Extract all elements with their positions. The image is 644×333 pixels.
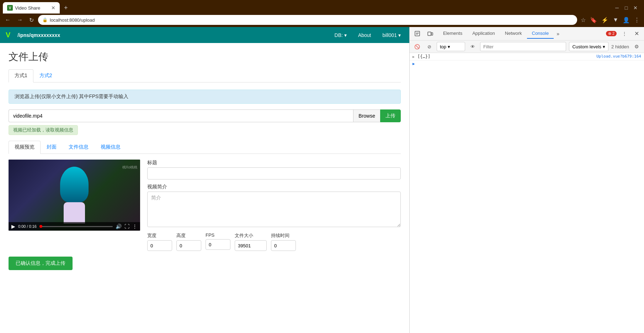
devtools-more-tabs[interactable]: » [554, 29, 562, 38]
title-input[interactable] [147, 167, 401, 179]
devtools-tabs: Elements Application Network Console » [438, 28, 602, 39]
content-tabs: 视频预览 封面 文件信息 视频信息 [9, 141, 401, 154]
stop-recording-button[interactable]: ⊘ [425, 42, 434, 51]
devtools-close-button[interactable]: ✕ [632, 29, 641, 38]
extension3-icon[interactable]: ▼ [611, 16, 620, 24]
anime-character [53, 167, 96, 224]
submit-button[interactable]: 已确认信息，完成上传 [9, 257, 73, 270]
content-tab-videoinfo[interactable]: 视频信息 [95, 141, 127, 154]
video-loaded-message[interactable]: 视频已经加载，读取视频信息 [9, 125, 78, 135]
close-window-button[interactable]: ✕ [631, 4, 640, 12]
devtools-tab-console[interactable]: Console [527, 28, 554, 39]
active-tab[interactable]: V Video Share ✕ [3, 2, 60, 14]
height-input[interactable] [176, 240, 201, 251]
bookmark-star-icon[interactable]: ☆ [579, 16, 587, 24]
app-logo: V [6, 31, 10, 39]
devtools-tab-application[interactable]: Application [467, 28, 500, 39]
address-icons: ☆ 🔖 ⚡ ▼ 👤 ⋮ [579, 16, 641, 24]
console-settings-button[interactable]: ⚙ [632, 42, 641, 51]
new-tab-button[interactable]: + [61, 3, 71, 13]
console-arrow-row[interactable]: ▶ [410, 60, 644, 67]
fps-label: FPS [206, 232, 230, 238]
file-input-row: Browse 上传 [9, 109, 401, 122]
forward-button[interactable]: → [15, 16, 25, 24]
back-button[interactable]: ← [3, 16, 13, 24]
svg-rect-1 [428, 32, 431, 36]
width-field: 宽度 [147, 232, 172, 251]
more-options-button[interactable]: ⋮ [132, 224, 137, 229]
video-player[interactable]: 桃Xo桃桃 ▶ 0:00 / 0:16 [9, 160, 140, 231]
custom-levels-label: Custom levels [572, 44, 601, 49]
devtools-tab-network[interactable]: Network [500, 28, 527, 39]
console-expand-arrow[interactable]: ▶ [413, 54, 415, 59]
two-column-layout: 桃Xo桃桃 ▶ 0:00 / 0:16 [9, 160, 401, 251]
devtools-secondary-bar: 🚫 ⊘ top ▾ 👁 Custom levels ▾ 2 hidden ⚙ [410, 41, 644, 53]
minimize-button[interactable]: ─ [613, 4, 621, 12]
video-watermark: 桃Xo桃桃 [122, 165, 137, 170]
browse-button[interactable]: Browse [353, 109, 380, 122]
video-preview-column: 桃Xo桃桃 ▶ 0:00 / 0:16 [9, 160, 140, 231]
device-emulation-button[interactable] [425, 29, 435, 39]
context-value: top [440, 44, 446, 49]
reload-button[interactable]: ↻ [27, 16, 36, 24]
upload-tab-2[interactable]: 方式2 [33, 69, 58, 82]
custom-levels-button[interactable]: Custom levels ▾ [569, 42, 608, 51]
tab-close-button[interactable]: ✕ [51, 5, 55, 11]
console-filter-input[interactable] [480, 42, 566, 51]
play-button[interactable]: ▶ [11, 224, 15, 229]
content-tab-cover[interactable]: 封面 [41, 141, 63, 154]
info-box: 浏览器上传(仅限小文件上传) 其中FPS需要手动输入 [9, 90, 401, 104]
upload-button[interactable]: 上传 [380, 109, 401, 122]
clear-console-button[interactable]: 🚫 [413, 42, 422, 51]
svg-rect-2 [431, 33, 433, 35]
tab-favicon: V [7, 5, 13, 11]
devtools-options-button[interactable]: ⋮ [619, 29, 629, 39]
user-dropdown[interactable]: bill001 ▾ [380, 31, 404, 39]
width-input[interactable] [147, 240, 172, 251]
filesize-input[interactable] [235, 240, 267, 251]
desc-textarea[interactable] [147, 192, 401, 227]
about-nav-item[interactable]: About [355, 31, 374, 39]
volume-button[interactable]: 🔊 [116, 224, 122, 229]
duration-input[interactable] [271, 240, 296, 251]
devtools-tab-elements[interactable]: Elements [438, 28, 467, 39]
height-field: 高度 [176, 232, 201, 251]
inspect-element-button[interactable] [413, 29, 422, 39]
context-selector[interactable]: top ▾ [437, 42, 465, 51]
custom-levels-arrow: ▾ [603, 44, 605, 49]
content-tab-preview[interactable]: 视频预览 [9, 141, 41, 154]
svg-rect-0 [415, 31, 420, 36]
window-controls: ─ □ ✕ [613, 4, 641, 12]
address-bar: ← → ↻ 🔒 localhost:8080/upload ☆ 🔖 ⚡ ▼ 👤 … [0, 14, 644, 27]
page-content: V /ipns/qmxxxxxxxx DB: ▾ About bill001 ▾… [0, 27, 409, 333]
height-label: 高度 [176, 232, 201, 239]
context-dropdown-icon: ▾ [448, 44, 450, 49]
console-content: [{…}] [417, 54, 594, 59]
progress-bar[interactable] [39, 226, 113, 227]
url-bar[interactable]: 🔒 localhost:8080/upload [38, 15, 577, 25]
db-dropdown-icon: ▾ [344, 32, 347, 38]
file-path-input[interactable] [9, 109, 353, 122]
console-row-0[interactable]: ▶ [{…}] Upload.vue?b679:164 [410, 53, 644, 60]
fps-field: FPS [206, 232, 230, 251]
upload-tab-1[interactable]: 方式1 [9, 69, 33, 82]
menu-icon[interactable]: ⋮ [633, 16, 641, 24]
fullscreen-button[interactable]: ⛶ [124, 224, 129, 229]
duration-label: 持续时间 [271, 232, 296, 239]
time-display: 0:00 / 0:16 [18, 224, 37, 229]
metadata-row: 宽度 高度 FPS 文件大小 [147, 232, 401, 251]
fps-input[interactable] [206, 239, 230, 250]
form-column: 标题 视频简介 宽度 高度 [147, 160, 401, 251]
console-source-link[interactable]: Upload.vue?b679:164 [596, 54, 641, 59]
char-hair [60, 167, 89, 202]
content-tab-fileinfo[interactable]: 文件信息 [63, 141, 95, 154]
devtools-toolbar: Elements Application Network Console » ⊗… [410, 27, 644, 41]
extension1-icon[interactable]: 🔖 [589, 16, 598, 24]
tab-title: Video Share [15, 5, 49, 11]
extension2-icon[interactable]: ⚡ [600, 16, 610, 24]
profile-icon[interactable]: 👤 [621, 16, 631, 24]
eye-icon-button[interactable]: 👁 [468, 42, 477, 51]
db-dropdown[interactable]: DB: ▾ [332, 31, 350, 39]
hidden-count: 2 hidden [611, 44, 629, 49]
maximize-button[interactable]: □ [622, 4, 630, 12]
